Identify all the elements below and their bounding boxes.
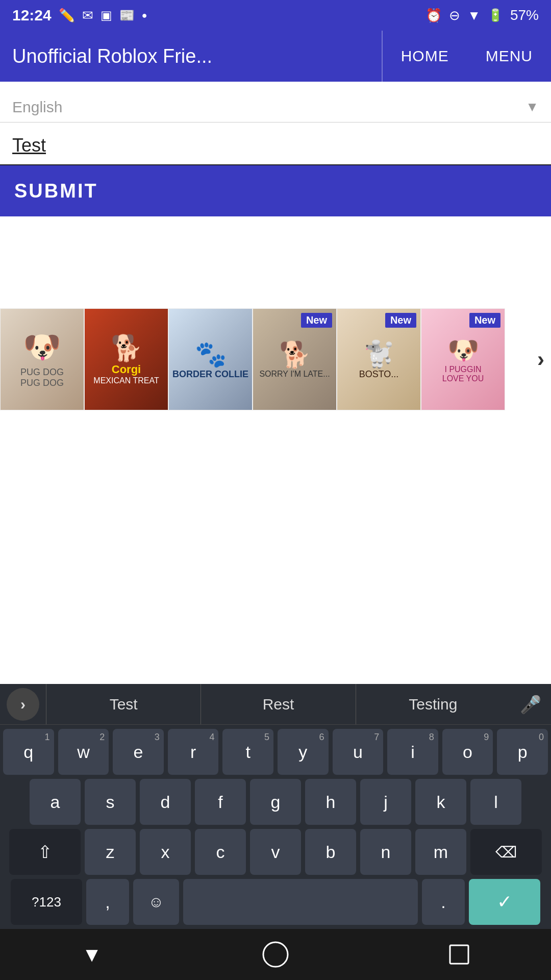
new-badge-bosto: New: [385, 313, 416, 328]
back-icon: ▼: [82, 943, 102, 966]
screen-icon: ▣: [101, 8, 112, 22]
home-nav-button-system[interactable]: [255, 934, 296, 975]
key-l[interactable]: l: [470, 779, 521, 825]
key-u[interactable]: u7: [333, 729, 384, 775]
wifi-icon: ▼: [467, 8, 481, 23]
key-j[interactable]: j: [360, 779, 411, 825]
dropdown-arrow-icon: ▼: [525, 99, 539, 115]
battery-icon: 🔋: [488, 8, 503, 22]
key-f[interactable]: f: [195, 779, 246, 825]
product-item-bosto[interactable]: 🐩 BOSTO... New: [337, 308, 421, 410]
status-bar: 12:24 ✏️ ✉ ▣ 📰 ● ⏰ ⊖ ▼ 🔋 57%: [0, 0, 551, 31]
key-b[interactable]: b: [305, 829, 356, 875]
backspace-key[interactable]: ⌫: [470, 829, 542, 875]
keyboard-rows: q1 w2 e3 r4 t5 y6 u7 i8 o9 p0 a s d f g …: [0, 725, 551, 929]
key-g[interactable]: g: [250, 779, 301, 825]
back-nav-button[interactable]: ▼: [71, 934, 112, 975]
suggestion-testing[interactable]: Testing: [356, 684, 510, 724]
dnd-icon: ⊖: [449, 8, 460, 23]
expand-circle: ›: [7, 688, 39, 721]
key-y[interactable]: y6: [278, 729, 329, 775]
text-input-value[interactable]: Test: [12, 135, 46, 156]
key-v[interactable]: v: [250, 829, 301, 875]
key-row-1: q1 w2 e3 r4 t5 y6 u7 i8 o9 p0: [3, 729, 548, 775]
done-key[interactable]: ✓: [469, 879, 540, 925]
period-key[interactable]: .: [422, 879, 465, 925]
app-title: Unofficial Roblox Frie...: [0, 45, 382, 67]
product-item-sorry[interactable]: 🐕 SORRY I'M LATE... New: [253, 308, 337, 410]
emoji-key[interactable]: ☺: [133, 879, 179, 925]
status-time: 12:24: [12, 7, 52, 24]
key-r[interactable]: r4: [168, 729, 219, 775]
alarm-icon: ⏰: [425, 8, 442, 23]
product-item-corgi[interactable]: 🐕 Corgi MEXICAN TREAT: [84, 308, 168, 410]
space-key[interactable]: [183, 879, 418, 925]
text-input-area[interactable]: Test: [0, 122, 551, 165]
key-z[interactable]: z: [85, 829, 136, 875]
new-badge-puggin: New: [469, 313, 500, 328]
content-space: [0, 216, 551, 308]
key-p[interactable]: p0: [497, 729, 548, 775]
bottom-nav-bar: ▼: [0, 929, 551, 980]
language-value: English: [12, 99, 62, 116]
chevron-right-icon: ›: [537, 347, 544, 372]
key-o[interactable]: o9: [442, 729, 493, 775]
key-q[interactable]: q1: [3, 729, 54, 775]
suggestions-row: › Test Rest Testing 🎤: [0, 684, 551, 725]
key-h[interactable]: h: [305, 779, 356, 825]
key-m[interactable]: m: [415, 829, 466, 875]
svg-point-0: [263, 942, 288, 967]
key-d[interactable]: d: [140, 779, 191, 825]
key-x[interactable]: x: [140, 829, 191, 875]
svg-rect-1: [450, 945, 468, 964]
recent-apps-icon: [447, 942, 471, 967]
top-nav: Unofficial Roblox Frie... HOME MENU: [0, 31, 551, 82]
language-selector[interactable]: English ▼: [0, 82, 551, 122]
key-row-2: a s d f g h j k l: [3, 779, 548, 825]
key-n[interactable]: n: [360, 829, 411, 875]
mail-icon: ✉: [82, 8, 93, 23]
submit-button[interactable]: SUBMIT: [0, 165, 551, 216]
product-item-collie[interactable]: 🐾 BORDER COLLIE: [168, 308, 253, 410]
key-i[interactable]: i8: [387, 729, 438, 775]
product-item-puggin[interactable]: 🐶 I PUGGINLOVE YOU New: [421, 308, 505, 410]
numbers-key[interactable]: ?123: [11, 879, 82, 925]
key-t[interactable]: t5: [222, 729, 273, 775]
suggestion-rest[interactable]: Rest: [201, 684, 355, 724]
product-item-pug[interactable]: 🐶 PUG DOGPUG DOG: [0, 308, 84, 410]
status-bar-right: ⏰ ⊖ ▼ 🔋 57%: [425, 7, 539, 23]
dot-icon: ●: [142, 10, 147, 21]
edit-icon: ✏️: [59, 8, 75, 23]
keyboard: › Test Rest Testing 🎤 q1 w2 e3 r4 t5 y6 …: [0, 684, 551, 929]
submit-label: SUBMIT: [14, 180, 98, 202]
key-e[interactable]: e3: [113, 729, 164, 775]
suggestion-test[interactable]: Test: [46, 684, 201, 724]
mic-icon: 🎤: [520, 694, 541, 715]
status-bar-left: 12:24 ✏️ ✉ ▣ 📰 ●: [12, 7, 147, 24]
chevron-right-icon: ›: [20, 696, 26, 713]
recent-apps-button[interactable]: [439, 934, 480, 975]
microphone-button[interactable]: 🎤: [510, 694, 551, 715]
key-k[interactable]: k: [415, 779, 466, 825]
new-badge-sorry: New: [301, 313, 332, 328]
suggestions-expand-button[interactable]: ›: [0, 684, 46, 725]
key-c[interactable]: c: [195, 829, 246, 875]
menu-nav-button[interactable]: MENU: [467, 31, 551, 82]
key-s[interactable]: s: [85, 779, 136, 825]
newspaper-icon: 📰: [119, 8, 135, 22]
home-circle-icon: [262, 941, 289, 968]
key-row-3: ⇧ z x c v b n m ⌫: [3, 829, 548, 875]
key-w[interactable]: w2: [58, 729, 109, 775]
battery-percent: 57%: [510, 7, 539, 23]
key-a[interactable]: a: [30, 779, 81, 825]
shift-key[interactable]: ⇧: [9, 829, 81, 875]
comma-key[interactable]: ,: [86, 879, 129, 925]
product-carousel: 🐶 PUG DOGPUG DOG 🐕 Corgi MEXICAN TREAT 🐾…: [0, 308, 551, 410]
home-nav-button[interactable]: HOME: [383, 31, 467, 82]
key-row-4: ?123 , ☺ . ✓: [3, 879, 548, 925]
carousel-next-arrow[interactable]: ›: [531, 308, 551, 410]
